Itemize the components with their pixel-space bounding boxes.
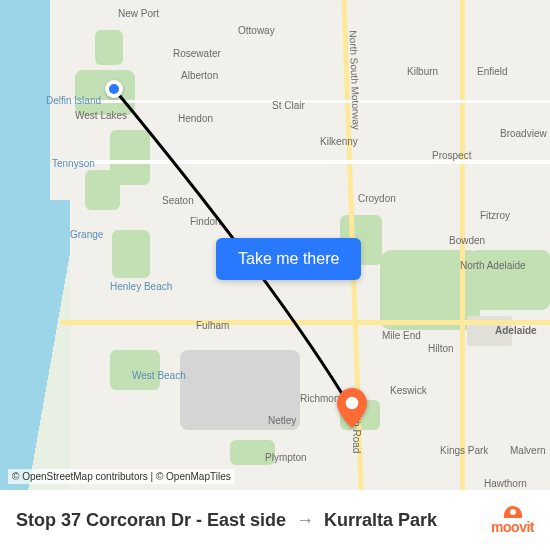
route-to-label: Kurralta Park: [324, 510, 437, 531]
map-label: Prospect: [432, 150, 471, 161]
map-label: West Lakes: [75, 110, 127, 121]
map-label: Grange: [70, 229, 103, 240]
map-label: Netley: [268, 415, 296, 426]
origin-marker-icon[interactable]: [105, 80, 123, 98]
map-label: Hendon: [178, 113, 213, 124]
map-label: Ottoway: [238, 25, 275, 36]
map-label: Henley Beach: [110, 281, 172, 292]
map-label: Fulham: [196, 320, 229, 331]
map-label: Kilkenny: [320, 136, 358, 147]
arrow-right-icon: →: [296, 510, 314, 531]
map-label: Mile End: [382, 330, 421, 341]
route-from-label: Stop 37 Corcoran Dr - East side: [16, 510, 286, 531]
map-label: Bowden: [449, 235, 485, 246]
take-me-there-button[interactable]: Take me there: [216, 238, 361, 280]
map-label: New Port: [118, 8, 159, 19]
map-label: Kings Park: [440, 445, 488, 456]
map-label: Plympton: [265, 452, 307, 463]
map-label: Rosewater: [173, 48, 221, 59]
map-label: West Beach: [132, 370, 186, 381]
route-footer: Stop 37 Corcoran Dr - East side → Kurral…: [0, 490, 550, 550]
map-label: Croydon: [358, 193, 396, 204]
moovit-logo-icon: moovit: [491, 506, 534, 535]
map-label: Hawthorn: [484, 478, 527, 489]
map-label: Seaton: [162, 195, 194, 206]
map-canvas[interactable]: New Port Ottoway Rosewater Alberton Kilb…: [0, 0, 550, 490]
map-label: Enfield: [477, 66, 508, 77]
map-label: Fitzroy: [480, 210, 510, 221]
map-label: St Clair: [272, 100, 305, 111]
map-label: Hilton: [428, 343, 454, 354]
map-label: North Adelaide: [460, 260, 526, 271]
map-label: Findon: [190, 216, 221, 227]
svg-point-0: [346, 397, 359, 410]
map-label: Delfin Island: [46, 95, 101, 106]
map-label: Adelaide: [495, 325, 537, 336]
map-attribution: © OpenStreetMap contributors | © OpenMap…: [8, 469, 235, 484]
map-label: Alberton: [181, 70, 218, 81]
map-label: Keswick: [390, 385, 427, 396]
map-label: Malvern: [510, 445, 546, 456]
destination-marker-icon[interactable]: [337, 388, 367, 418]
map-label: Kilburn: [407, 66, 438, 77]
map-label: Tennyson: [52, 158, 95, 169]
map-label: Broadview: [500, 128, 547, 139]
